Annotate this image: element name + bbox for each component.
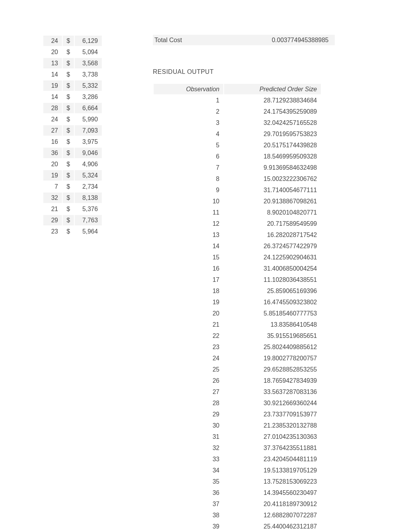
predicted-cell: 25.859065169396 [224, 286, 321, 296]
table-row: 3614.3945560230497 [154, 488, 321, 498]
cell-qty: 19 [43, 80, 62, 91]
predicted-cell: 13.83586410548 [224, 319, 321, 330]
predicted-cell: 35.915519685651 [224, 331, 321, 341]
cell-currency: $ [63, 114, 74, 124]
table-row: 14$3,738 [43, 69, 102, 80]
cell-currency: $ [63, 69, 74, 80]
total-cost-row: Total Cost 0.003774945388985 [153, 35, 335, 45]
predicted-cell: 29.6528852853255 [224, 364, 321, 375]
cell-amount: 5,376 [75, 204, 102, 214]
table-row: 1916.4745509323802 [154, 297, 321, 307]
observation-cell: 4 [154, 129, 223, 139]
table-row: 3720.4118189730912 [154, 499, 321, 509]
observation-cell: 33 [154, 454, 223, 464]
table-row: 429.7019595753823 [154, 129, 321, 139]
cell-currency: $ [63, 136, 74, 147]
cell-currency: $ [63, 226, 74, 237]
table-row: 3323.4204504481119 [154, 454, 321, 464]
table-row: 24$5,990 [43, 114, 102, 124]
table-row: 3021.2385320132788 [154, 420, 321, 431]
table-row: 24$6,129 [43, 36, 102, 46]
observation-cell: 37 [154, 499, 223, 509]
cell-qty: 20 [43, 159, 62, 169]
predicted-cell: 29.7019595753823 [224, 129, 321, 139]
cell-currency: $ [63, 204, 74, 214]
cell-qty: 23 [43, 226, 62, 237]
predicted-cell: 24.1225902904631 [224, 252, 321, 263]
observation-cell: 28 [154, 398, 223, 408]
observation-cell: 17 [154, 275, 223, 285]
cell-currency: $ [63, 58, 74, 68]
table-row: 36$9,046 [43, 148, 102, 158]
observation-cell: 10 [154, 196, 223, 206]
table-row: 1426.3724577422979 [154, 241, 321, 251]
table-row: 931.7140054677111 [154, 185, 321, 195]
observation-cell: 8 [154, 174, 223, 184]
table-row: 118.9020104820771 [154, 207, 321, 218]
residual-output-table: ObservationPredicted Order Size128.71292… [153, 83, 322, 532]
observation-cell: 23 [154, 342, 223, 352]
predicted-cell: 24.1754395259089 [224, 106, 321, 117]
table-row: 19$5,324 [43, 170, 102, 181]
table-row: 2113.83586410548 [154, 319, 321, 330]
cell-qty: 20 [43, 47, 62, 57]
observation-cell: 34 [154, 465, 223, 476]
table-row: 1524.1225902904631 [154, 252, 321, 263]
table-row: 3925.4400462312187 [154, 521, 321, 532]
cell-currency: $ [63, 215, 74, 225]
cell-amount: 5,332 [75, 80, 102, 91]
cell-amount: 5,324 [75, 170, 102, 181]
predicted-cell: 5.85185460777753 [224, 308, 321, 319]
table-row: 19$5,332 [43, 80, 102, 91]
table-row: 16$3,975 [43, 136, 102, 147]
observation-cell: 6 [154, 151, 223, 162]
cell-qty: 28 [43, 103, 62, 113]
observation-cell: 7 [154, 162, 223, 173]
cell-amount: 3,738 [75, 69, 102, 80]
predicted-cell: 9.91369584632498 [224, 162, 321, 173]
observation-cell: 16 [154, 263, 223, 274]
observation-cell: 35 [154, 476, 223, 487]
cell-amount: 6,129 [75, 36, 102, 46]
predicted-cell: 12.6882807072287 [224, 510, 321, 520]
table-row: 1711.1028036438551 [154, 275, 321, 285]
table-row: 1316.282028717542 [154, 230, 321, 240]
predicted-cell: 25.4400462312187 [224, 521, 321, 532]
predicted-cell: 8.9020104820771 [224, 207, 321, 218]
table-row: 32$8,138 [43, 193, 102, 203]
table-row: 3419.5133819705129 [154, 465, 321, 476]
cell-currency: $ [63, 80, 74, 91]
predicted-cell: 30.9212669360244 [224, 398, 321, 408]
predicted-cell: 20.5175174439828 [224, 140, 321, 150]
cell-currency: $ [63, 148, 74, 158]
table-row: 27$7,093 [43, 125, 102, 136]
observation-cell: 27 [154, 387, 223, 397]
predicted-cell: 20.9138867098261 [224, 196, 321, 206]
table-row: 224.1754395259089 [154, 106, 321, 117]
table-row: 128.7129238834684 [154, 95, 321, 106]
table-row: 1020.9138867098261 [154, 196, 321, 206]
observation-cell: 25 [154, 364, 223, 375]
cell-currency: $ [63, 125, 74, 136]
table-row: 23$5,964 [43, 226, 102, 237]
cell-currency: $ [63, 47, 74, 57]
cell-qty: 32 [43, 193, 62, 203]
predicted-cell: 25.8024409885612 [224, 342, 321, 352]
observation-cell: 3 [154, 118, 223, 128]
predicted-cell: 11.1028036438551 [224, 275, 321, 285]
table-row: 1631.4006850004254 [154, 263, 321, 274]
observation-cell: 18 [154, 286, 223, 296]
cell-amount: 7,093 [75, 125, 102, 136]
predicted-header: Predicted Order Size [224, 84, 321, 94]
table-row: 2529.6528852853255 [154, 364, 321, 375]
cell-qty: 24 [43, 36, 62, 46]
cell-qty: 24 [43, 114, 62, 124]
table-row: 2830.9212669360244 [154, 398, 321, 408]
left-data-table: 24$6,12920$5,09413$3,56814$3,73819$5,332… [43, 35, 103, 237]
residual-output-title: RESIDUAL OUTPUT [153, 68, 335, 75]
cell-qty: 14 [43, 92, 62, 102]
table-row: 815.0023222306762 [154, 174, 321, 184]
table-row: 1220.717589549599 [154, 218, 321, 229]
observation-cell: 14 [154, 241, 223, 251]
table-row: 2235.915519685651 [154, 331, 321, 341]
